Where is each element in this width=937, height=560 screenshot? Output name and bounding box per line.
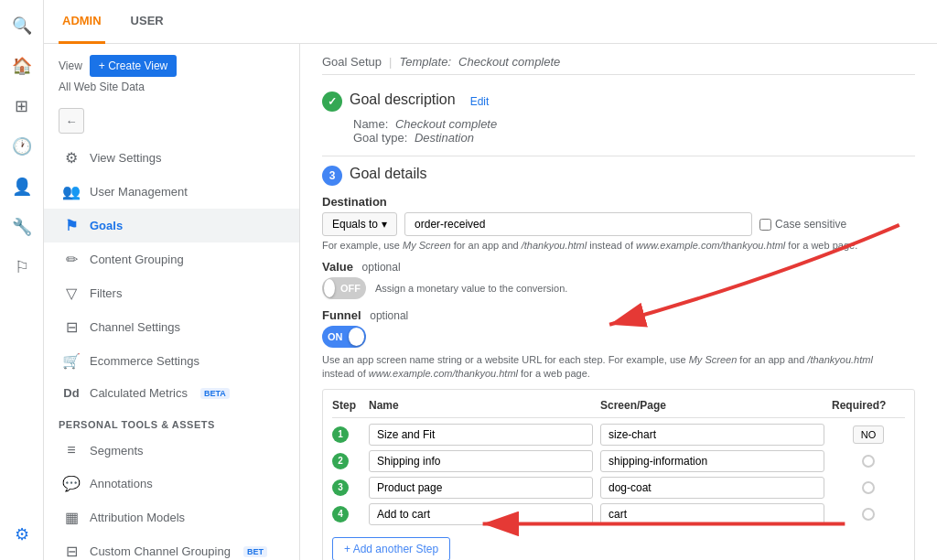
icon-nav: 🔍 🏠 ⊞ 🕐 👤 🔧 ⚐ ⚙ — [0, 0, 44, 560]
value-hint: Assign a monetary value to the conversio… — [375, 283, 567, 294]
attribution-models-icon: ▦ — [62, 509, 81, 526]
sidebar-item-content-grouping[interactable]: ✏ Content Grouping — [44, 242, 299, 276]
toggle-knob — [324, 279, 335, 297]
case-sensitive-label: Case sensitive — [775, 218, 846, 231]
sidebar-item-attribution-models[interactable]: ▦ Attribution Models — [44, 501, 299, 534]
beta-badge: BETA — [200, 388, 230, 399]
step3-title: Goal details — [350, 166, 427, 182]
sidebar-item-content-grouping-label: Content Grouping — [90, 253, 184, 266]
sidebar-item-filters[interactable]: ▽ Filters — [44, 276, 299, 310]
top-bar: ADMIN USER — [44, 0, 937, 44]
step2-type: Goal type: Destination — [350, 131, 915, 145]
tab-admin[interactable]: ADMIN — [59, 0, 105, 44]
view-row: View + Create View — [44, 44, 299, 81]
sidebar-item-channel-settings[interactable]: ⊟ Channel Settings — [44, 310, 299, 344]
funnel-name-4[interactable] — [369, 503, 593, 525]
main-content: Goal Setup | Template: Checkout complete… — [300, 44, 937, 560]
sidebar-item-segments[interactable]: ≡ Segments — [44, 434, 299, 467]
value-label: Value — [322, 260, 353, 274]
step2-name: Name: Checkout complete — [350, 117, 915, 131]
equals-to-label: Equals to — [332, 218, 378, 231]
equals-to-dropdown[interactable]: Equals to ▾ — [322, 212, 397, 236]
funnel-hint: Use an app screen name string or a websi… — [322, 353, 915, 382]
destination-field: Destination Equals to ▾ Case sensitive F… — [322, 195, 915, 251]
flag-icon[interactable]: ⚐ — [4, 249, 40, 285]
funnel-name-2[interactable] — [369, 450, 593, 472]
edit-link[interactable]: Edit — [470, 95, 490, 108]
user-management-icon: 👥 — [62, 183, 81, 200]
step2-circle: ✓ — [322, 92, 342, 112]
back-button[interactable]: ← — [59, 108, 84, 134]
personal-tools-title: PERSONAL TOOLS & ASSETS — [44, 408, 299, 434]
sidebar-item-calculated-metrics[interactable]: Dd Calculated Metrics BETA — [44, 378, 299, 408]
funnel-required-radio-4[interactable] — [862, 508, 875, 521]
goal-setup-label: Goal Setup — [322, 55, 382, 69]
sidebar-item-user-management[interactable]: 👥 User Management — [44, 175, 299, 209]
filters-icon: ▽ — [62, 285, 81, 302]
case-sensitive-row: Case sensitive — [759, 218, 846, 231]
funnel-section: Funnel optional ON Use an app screen nam… — [322, 308, 915, 560]
sidebar-item-annotations[interactable]: 💬 Annotations — [44, 467, 299, 501]
name-value: Checkout complete — [395, 117, 497, 131]
funnel-screen-1[interactable] — [600, 424, 824, 446]
funnel-step-4: 4 — [332, 506, 349, 522]
custom-channel-beta-badge: BET — [243, 546, 267, 557]
funnel-toggle[interactable]: ON — [322, 326, 366, 348]
funnel-screen-3[interactable] — [600, 477, 824, 499]
grid-icon[interactable]: ⊞ — [4, 88, 40, 124]
funnel-required-radio-3[interactable] — [862, 481, 875, 494]
ecommerce-icon: 🛒 — [62, 352, 81, 370]
create-view-button[interactable]: + Create View — [90, 55, 178, 77]
sidebar-item-ecommerce-label: Ecommerce Settings — [90, 354, 199, 368]
toggle-off-text: OFF — [340, 283, 361, 294]
name-label: Name: — [353, 117, 388, 131]
toggle-on-text: ON — [328, 331, 343, 342]
sidebar-item-custom-channel-grouping-label: Custom Channel Grouping — [90, 544, 231, 558]
segments-icon: ≡ — [62, 442, 81, 458]
sidebar-item-channel-settings-label: Channel Settings — [90, 320, 180, 334]
person-icon[interactable]: 👤 — [4, 168, 40, 205]
step2-title-row: ✓ Goal description Edit — [322, 92, 915, 112]
home-icon[interactable]: 🏠 — [4, 48, 40, 84]
sidebar-item-view-settings[interactable]: ⚙ View Settings — [44, 141, 299, 175]
destination-label: Destination — [322, 195, 915, 209]
view-label: View — [59, 59, 82, 72]
funnel-screen-2[interactable] — [600, 450, 824, 472]
funnel-required-1[interactable]: NO — [853, 425, 885, 444]
funnel-step-2: 2 — [332, 453, 349, 469]
funnel-row-3: 3 — [332, 477, 905, 499]
tab-user[interactable]: USER — [127, 0, 167, 44]
case-sensitive-checkbox[interactable] — [759, 219, 771, 231]
type-label: Goal type: — [353, 131, 407, 145]
funnel-label: Funnel — [322, 308, 361, 322]
funnel-screen-4[interactable] — [600, 503, 824, 525]
sidebar-item-goals[interactable]: ⚑ Goals — [44, 209, 299, 242]
dropdown-arrow-icon: ▾ — [382, 218, 387, 231]
goal-description-section: ✓ Goal description Edit Name: Checkout c… — [322, 84, 915, 156]
sidebar: View + Create View All Web Site Data ← ⚙… — [44, 44, 300, 560]
sidebar-item-attribution-models-label: Attribution Models — [90, 511, 185, 524]
calculated-metrics-icon: Dd — [62, 386, 81, 400]
funnel-table-header: Step Name Screen/Page Required? — [332, 399, 905, 418]
sidebar-item-ecommerce-settings[interactable]: 🛒 Ecommerce Settings — [44, 344, 299, 378]
funnel-row-1: 1 NO — [332, 424, 905, 446]
add-step-button[interactable]: + Add another Step — [332, 537, 450, 560]
step3-circle: 3 — [322, 166, 342, 186]
all-website-data-label: All Web Site Data — [44, 81, 299, 101]
sidebar-item-custom-channel-grouping[interactable]: ⊟ Custom Channel Grouping BET — [44, 534, 299, 560]
search-icon[interactable]: 🔍 — [4, 7, 40, 44]
funnel-name-1[interactable] — [369, 424, 593, 446]
sidebar-item-view-settings-label: View Settings — [90, 151, 162, 165]
annotations-icon: 💬 — [62, 475, 81, 492]
clock-icon[interactable]: 🕐 — [4, 128, 40, 165]
custom-channel-grouping-icon: ⊟ — [62, 543, 81, 560]
funnel-required-radio-2[interactable] — [862, 455, 875, 468]
destination-input[interactable] — [404, 212, 752, 236]
funnel-row-4: 4 — [332, 503, 905, 525]
funnel-optional-label: optional — [370, 309, 408, 322]
settings-icon[interactable]: ⚙ — [4, 516, 40, 553]
value-toggle[interactable]: OFF — [322, 277, 366, 299]
tools-icon[interactable]: 🔧 — [4, 209, 40, 245]
sidebar-item-segments-label: Segments — [90, 444, 144, 458]
funnel-name-3[interactable] — [369, 477, 593, 499]
